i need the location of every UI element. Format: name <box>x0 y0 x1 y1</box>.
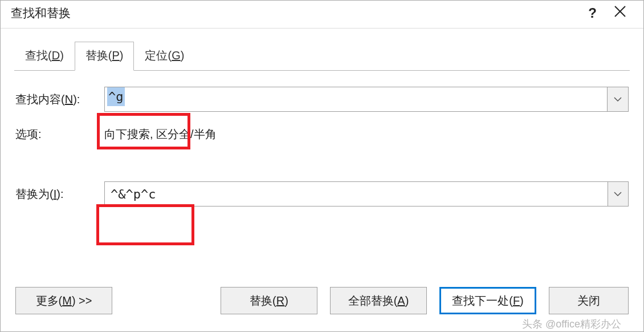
titlebar-controls: ? <box>588 5 637 21</box>
tabs: 查找(D) 替换(P) 定位(G) <box>14 41 630 71</box>
find-dropdown-button[interactable] <box>608 87 629 112</box>
watermark: 头条 @office精彩办公 <box>522 317 621 331</box>
find-input-wrap: ^g <box>104 87 629 112</box>
form-area: 查找内容(N): ^g 选项: 向下搜索, 区分全/半角 替换为(I): <box>14 71 630 217</box>
tab-replace[interactable]: 替换(P) <box>75 42 134 71</box>
replace-button[interactable]: 替换(R) <box>221 287 317 314</box>
dialog-content: 查找(D) 替换(P) 定位(G) 查找内容(N): ^g <box>1 29 643 331</box>
tab-replace-label: 替换( <box>85 49 112 62</box>
options-row: 选项: 向下搜索, 区分全/半角 <box>15 122 629 146</box>
find-replace-dialog: 查找和替换 ? 查找(D) 替换(P) 定位(G) 查找内容(N) <box>0 0 644 332</box>
tab-find[interactable]: 查找(D) <box>14 42 75 71</box>
help-button[interactable]: ? <box>588 5 597 21</box>
find-next-button[interactable]: 查找下一处(F) <box>439 287 536 314</box>
replace-input[interactable] <box>104 181 608 207</box>
replace-input-wrap <box>104 181 629 207</box>
tab-goto-label: 定位( <box>145 49 172 62</box>
find-input[interactable]: ^g <box>104 87 608 112</box>
titlebar: 查找和替换 ? <box>1 1 643 29</box>
more-button[interactable]: 更多(M) >> <box>15 287 112 314</box>
tab-goto-hotkey: G <box>172 49 181 62</box>
tab-find-suffix: ) <box>60 49 64 62</box>
find-row: 查找内容(N): ^g <box>15 87 629 112</box>
tab-find-hotkey: D <box>52 49 60 62</box>
tab-replace-suffix: ) <box>120 49 124 62</box>
find-input-value: ^g <box>107 87 125 106</box>
options-label: 选项: <box>15 127 104 142</box>
replace-row: 替换为(I): <box>15 181 629 207</box>
button-group-left: 更多(M) >> <box>15 287 112 314</box>
close-icon[interactable] <box>614 5 626 21</box>
replace-all-button[interactable]: 全部替换(A) <box>330 287 427 314</box>
tab-find-label: 查找( <box>25 49 52 62</box>
tab-replace-hotkey: P <box>112 49 119 62</box>
close-button[interactable]: 关闭 <box>549 287 629 314</box>
replace-dropdown-button[interactable] <box>608 181 629 207</box>
tab-goto-suffix: ) <box>181 49 185 62</box>
button-group-right: 替换(R) 全部替换(A) 查找下一处(F) 关闭 <box>221 287 629 314</box>
tab-goto[interactable]: 定位(G) <box>134 42 195 71</box>
replace-label: 替换为(I): <box>15 187 104 202</box>
find-label: 查找内容(N): <box>15 92 104 107</box>
dialog-title: 查找和替换 <box>11 5 71 21</box>
options-value: 向下搜索, 区分全/半角 <box>104 127 217 142</box>
